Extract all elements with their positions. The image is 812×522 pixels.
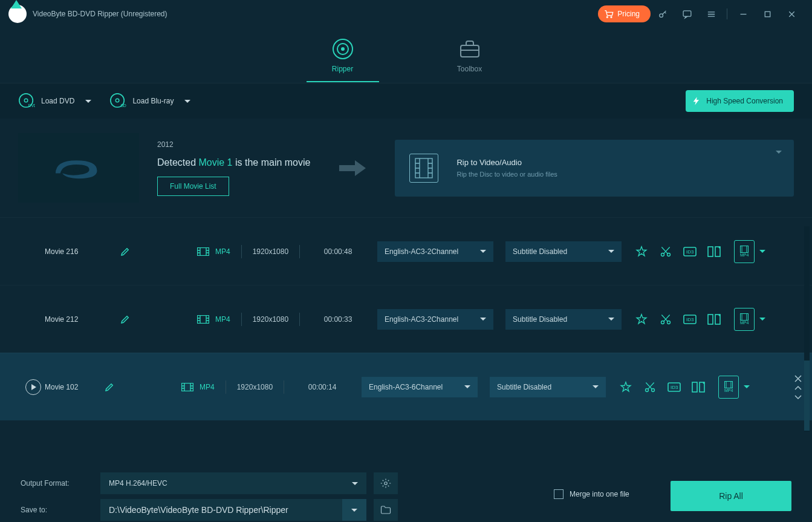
svg-point-42	[703, 382, 705, 383]
svg-rect-26	[198, 315, 209, 323]
disc-summary: 2012 Detected Movie 1 is the main movie …	[0, 119, 812, 217]
output-format-button[interactable]: MP4	[734, 240, 765, 263]
load-dvd-button[interactable]: DVD Load DVD	[18, 93, 91, 109]
pricing-label: Pricing	[617, 10, 640, 18]
maximize-button[interactable]	[755, 5, 779, 23]
duration: 00:00:33	[311, 315, 365, 324]
list-item[interactable]: Movie 102 MP4 1920x1080 00:00:14 English…	[0, 353, 812, 420]
film-icon	[740, 313, 749, 321]
minimize-button[interactable]	[731, 5, 755, 23]
film-strip-icon	[197, 247, 209, 256]
svg-text:DVD: DVD	[28, 103, 35, 108]
movie-name: Movie 102	[45, 383, 102, 391]
subtitle-select[interactable]: Subtitle Disabled	[505, 309, 622, 330]
movie-list: Movie 216 MP4 1920x1080 00:00:48 English…	[0, 217, 812, 420]
tab-ripper[interactable]: Ripper	[307, 29, 379, 82]
audio-select[interactable]: English-AC3-2Channel	[377, 309, 493, 330]
format-info: MP4	[181, 383, 215, 391]
merge-label: Merge into one file	[570, 490, 629, 498]
compress-icon[interactable]	[707, 245, 721, 258]
compress-icon[interactable]	[692, 380, 705, 394]
cut-icon[interactable]	[643, 380, 657, 394]
svg-point-0	[607, 16, 608, 18]
save-to-label: Save to:	[21, 506, 93, 514]
svg-point-7	[341, 47, 345, 51]
movie-name: Movie 212	[45, 315, 117, 324]
svg-rect-25	[741, 246, 749, 253]
audio-select[interactable]: English-AC3-2Channel	[377, 241, 493, 262]
chevron-down-icon	[759, 318, 765, 321]
settings-button[interactable]	[374, 472, 398, 494]
move-up-icon[interactable]	[794, 386, 802, 391]
svg-text:ID3: ID3	[671, 385, 678, 390]
load-bar: DVD Load DVD BD Load Blu-ray High Speed …	[0, 83, 812, 119]
info-icon[interactable]: ID3	[683, 245, 697, 258]
app-title: VideoByte BD-DVD Ripper (Unregistered)	[33, 10, 167, 18]
subtitle-select[interactable]: Subtitle Disabled	[490, 377, 606, 397]
svg-rect-22	[708, 247, 713, 256]
list-item[interactable]: Movie 212 MP4 1920x1080 00:00:33 English…	[0, 285, 812, 353]
pricing-button[interactable]: Pricing	[598, 5, 651, 22]
edit-icon[interactable]	[120, 246, 131, 257]
list-item[interactable]: Movie 216 MP4 1920x1080 00:00:48 English…	[0, 217, 812, 285]
svg-rect-31	[708, 315, 713, 324]
output-format-select[interactable]: MP4 H.264/HEVC	[100, 472, 366, 494]
audio-select[interactable]: English-AC3-6Channel	[362, 377, 478, 397]
svg-point-44	[385, 482, 388, 485]
film-strip-icon	[197, 315, 209, 324]
svg-point-24	[719, 246, 721, 248]
star-icon[interactable]	[635, 313, 648, 326]
output-format-button[interactable]: MP4	[718, 376, 750, 399]
menu-icon[interactable]	[699, 5, 723, 23]
rip-target-card[interactable]: Rip to Video/Audio Rip the Disc to video…	[395, 140, 794, 197]
save-path-dropdown[interactable]	[342, 499, 366, 521]
svg-point-1	[611, 16, 612, 18]
star-icon[interactable]	[635, 245, 648, 258]
play-button[interactable]	[25, 379, 41, 395]
edit-icon[interactable]	[120, 314, 131, 325]
info-icon[interactable]: ID3	[683, 313, 697, 326]
checkbox-icon	[554, 489, 564, 499]
cart-icon	[604, 10, 614, 18]
load-bluray-button[interactable]: BD Load Blu-ray	[109, 93, 190, 109]
ripper-icon	[332, 38, 354, 60]
film-strip-icon	[181, 383, 193, 391]
remove-icon[interactable]	[794, 375, 802, 382]
full-movie-list-button[interactable]: Full Movie List	[157, 177, 229, 196]
tab-toolbox-label: Toolbox	[457, 65, 482, 73]
svg-point-10	[24, 99, 28, 102]
close-button[interactable]	[779, 5, 804, 23]
detected-text: Detected Movie 1 is the main movie	[157, 157, 310, 168]
tab-toolbox[interactable]: Toolbox	[434, 29, 506, 82]
rip-card-subtitle: Rip the Disc to video or audio files	[456, 171, 557, 178]
duration: 00:00:48	[311, 247, 365, 256]
bluray-disc-icon: BD	[109, 93, 126, 109]
star-icon[interactable]	[619, 380, 632, 394]
rip-all-button[interactable]: Rip All	[671, 481, 791, 511]
compress-icon[interactable]	[707, 313, 721, 326]
chevron-down-icon	[351, 509, 357, 512]
merge-checkbox[interactable]: Merge into one file	[554, 489, 629, 499]
edit-icon[interactable]	[104, 382, 115, 393]
footer-bar: Output Format: MP4 H.264/HEVC Save to: D…	[0, 465, 812, 522]
subtitle-select[interactable]: Subtitle Disabled	[505, 241, 622, 262]
high-speed-button[interactable]: High Speed Conversion	[686, 90, 794, 112]
move-down-icon[interactable]	[794, 394, 802, 399]
save-path-field[interactable]: D:\VideoByte\VideoByte BD-DVD Ripper\Rip…	[100, 499, 342, 521]
key-icon[interactable]	[651, 5, 675, 23]
cut-icon[interactable]	[659, 245, 672, 258]
resolution: 1920x1080	[237, 383, 273, 391]
scrollbar-thumb[interactable]	[804, 361, 810, 431]
svg-point-2	[659, 13, 663, 17]
film-icon	[740, 246, 749, 253]
format-info: MP4	[197, 315, 230, 324]
feedback-icon[interactable]	[675, 5, 699, 23]
open-folder-button[interactable]	[374, 499, 398, 521]
cut-icon[interactable]	[659, 313, 672, 326]
bluray-logo-icon	[47, 150, 111, 186]
chevron-down-icon	[776, 151, 782, 154]
info-icon[interactable]: ID3	[667, 380, 681, 394]
rip-card-title: Rip to Video/Audio	[456, 158, 557, 167]
output-format-button[interactable]: MP4	[734, 308, 765, 331]
lightning-icon	[692, 96, 701, 106]
